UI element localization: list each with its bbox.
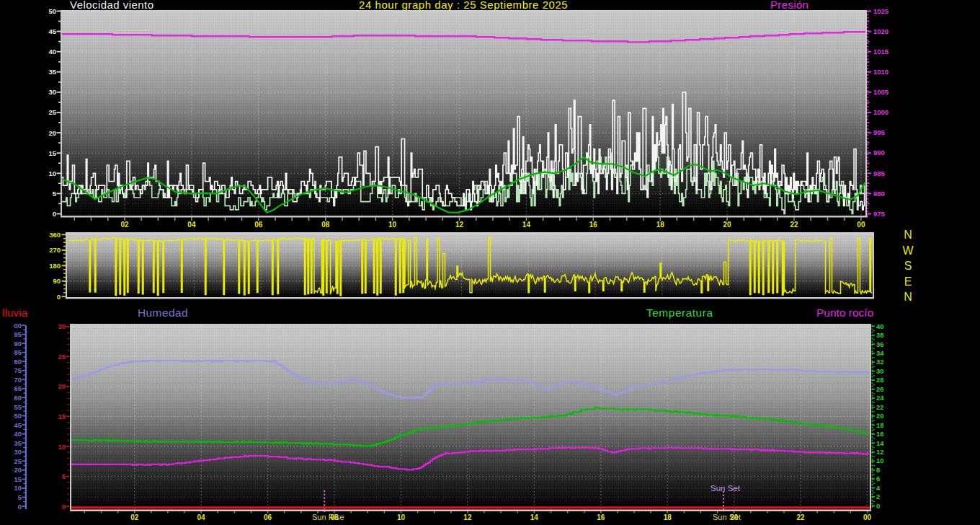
svg-text:20: 20 bbox=[14, 466, 22, 474]
svg-text:20: 20 bbox=[48, 129, 56, 137]
svg-text:38: 38 bbox=[876, 331, 884, 339]
svg-text:990: 990 bbox=[873, 149, 885, 156]
svg-text:1015: 1015 bbox=[873, 48, 889, 56]
svg-text:00: 00 bbox=[14, 322, 22, 330]
svg-text:55: 55 bbox=[14, 403, 22, 411]
svg-text:40: 40 bbox=[876, 322, 884, 330]
svg-text:15: 15 bbox=[14, 475, 22, 483]
svg-text:22: 22 bbox=[797, 513, 806, 521]
svg-text:0: 0 bbox=[18, 503, 22, 511]
svg-text:45: 45 bbox=[48, 27, 56, 35]
svg-text:Sun Set: Sun Set bbox=[710, 484, 741, 493]
svg-text:22: 22 bbox=[790, 221, 798, 229]
svg-text:12: 12 bbox=[876, 448, 884, 456]
svg-text:16: 16 bbox=[589, 221, 598, 229]
svg-text:04: 04 bbox=[187, 221, 196, 229]
svg-text:45: 45 bbox=[14, 421, 22, 429]
svg-text:25: 25 bbox=[48, 108, 56, 116]
svg-text:14: 14 bbox=[530, 513, 539, 521]
svg-text:24: 24 bbox=[876, 394, 884, 402]
svg-text:18: 18 bbox=[656, 221, 665, 229]
svg-text:14: 14 bbox=[522, 221, 531, 229]
svg-text:18: 18 bbox=[876, 421, 884, 429]
svg-text:10: 10 bbox=[876, 456, 884, 464]
svg-text:Presión: Presión bbox=[770, 0, 808, 11]
svg-text:Sun Rise: Sun Rise bbox=[312, 513, 344, 521]
svg-text:Velocidad viento: Velocidad viento bbox=[70, 0, 153, 11]
svg-text:02: 02 bbox=[120, 221, 129, 229]
svg-text:40: 40 bbox=[48, 48, 56, 56]
svg-text:180: 180 bbox=[49, 262, 61, 270]
svg-text:18: 18 bbox=[664, 513, 672, 521]
svg-text:0: 0 bbox=[62, 503, 66, 511]
svg-text:24 hour graph day : 25 Septiem: 24 hour graph day : 25 Septiembre 2025 bbox=[359, 0, 568, 11]
svg-text:Temperatura: Temperatura bbox=[646, 306, 713, 319]
svg-text:50: 50 bbox=[48, 7, 56, 15]
svg-text:80: 80 bbox=[14, 358, 22, 366]
svg-text:1010: 1010 bbox=[873, 68, 888, 76]
svg-text:34: 34 bbox=[876, 349, 884, 357]
svg-text:04: 04 bbox=[197, 513, 206, 521]
svg-text:02: 02 bbox=[130, 513, 139, 521]
svg-text:W: W bbox=[902, 244, 914, 257]
svg-text:35: 35 bbox=[48, 68, 56, 76]
svg-text:N: N bbox=[904, 291, 912, 303]
svg-text:10: 10 bbox=[48, 169, 56, 177]
svg-text:N: N bbox=[904, 229, 912, 241]
svg-text:1005: 1005 bbox=[873, 88, 889, 96]
svg-text:20: 20 bbox=[58, 382, 66, 390]
svg-text:30: 30 bbox=[58, 322, 66, 330]
svg-text:26: 26 bbox=[876, 385, 884, 393]
svg-text:Punto rocío: Punto rocío bbox=[816, 306, 873, 319]
svg-text:5: 5 bbox=[62, 472, 66, 480]
svg-text:0: 0 bbox=[53, 210, 56, 218]
svg-text:00: 00 bbox=[863, 513, 872, 521]
svg-text:985: 985 bbox=[873, 169, 886, 177]
svg-text:12: 12 bbox=[463, 513, 472, 521]
svg-text:32: 32 bbox=[876, 358, 884, 366]
svg-text:1020: 1020 bbox=[873, 27, 888, 35]
svg-text:0: 0 bbox=[876, 502, 880, 510]
svg-text:06: 06 bbox=[254, 221, 263, 229]
svg-text:90: 90 bbox=[53, 277, 61, 285]
svg-text:0: 0 bbox=[57, 293, 61, 301]
svg-text:15: 15 bbox=[48, 149, 56, 157]
svg-text:08: 08 bbox=[321, 221, 330, 229]
svg-text:975: 975 bbox=[873, 210, 886, 218]
svg-text:980: 980 bbox=[873, 190, 885, 198]
svg-text:1025: 1025 bbox=[873, 7, 889, 15]
svg-text:5: 5 bbox=[53, 190, 57, 198]
svg-text:6: 6 bbox=[876, 475, 880, 482]
svg-text:15: 15 bbox=[58, 412, 66, 420]
svg-text:40: 40 bbox=[14, 430, 22, 438]
svg-text:25: 25 bbox=[58, 353, 66, 361]
svg-text:S: S bbox=[904, 260, 912, 272]
svg-text:65: 65 bbox=[14, 384, 22, 392]
svg-text:70: 70 bbox=[14, 376, 22, 384]
svg-text:35: 35 bbox=[14, 439, 22, 447]
svg-text:360: 360 bbox=[49, 231, 61, 239]
svg-text:lluvia: lluvia bbox=[2, 306, 28, 319]
svg-text:Humedad: Humedad bbox=[138, 306, 188, 319]
svg-text:90: 90 bbox=[14, 340, 22, 348]
svg-text:60: 60 bbox=[14, 394, 22, 402]
svg-text:25: 25 bbox=[14, 457, 22, 465]
svg-text:Sun Set: Sun Set bbox=[713, 513, 741, 521]
svg-text:16: 16 bbox=[876, 430, 884, 438]
svg-text:2: 2 bbox=[876, 493, 880, 500]
svg-text:16: 16 bbox=[597, 513, 605, 521]
svg-text:28: 28 bbox=[876, 376, 884, 384]
svg-text:20: 20 bbox=[723, 221, 732, 229]
svg-text:10: 10 bbox=[14, 484, 22, 492]
svg-text:10: 10 bbox=[58, 443, 66, 451]
svg-text:270: 270 bbox=[49, 246, 61, 254]
svg-text:95: 95 bbox=[14, 330, 22, 338]
svg-text:5: 5 bbox=[18, 493, 22, 501]
svg-text:85: 85 bbox=[14, 348, 22, 356]
svg-text:14: 14 bbox=[876, 439, 884, 447]
svg-text:22: 22 bbox=[876, 403, 884, 411]
svg-text:10: 10 bbox=[397, 513, 406, 521]
svg-text:06: 06 bbox=[264, 513, 272, 521]
svg-text:30: 30 bbox=[14, 448, 22, 456]
svg-text:995: 995 bbox=[873, 128, 886, 136]
